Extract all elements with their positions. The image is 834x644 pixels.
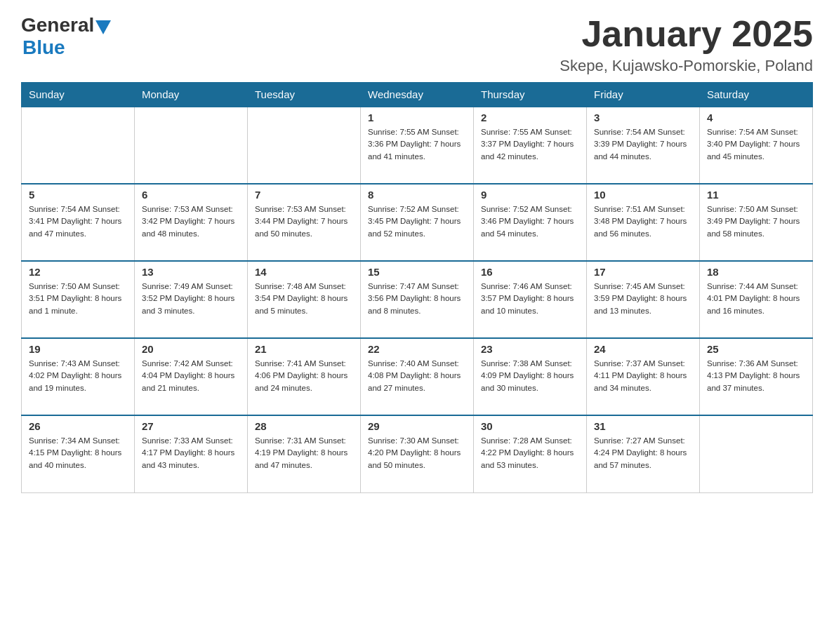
- day-number: 26: [29, 420, 127, 432]
- day-number: 13: [142, 266, 240, 278]
- calendar-cell: 28Sunrise: 7:31 AM Sunset: 4:19 PM Dayli…: [248, 415, 361, 492]
- day-info: Sunrise: 7:54 AM Sunset: 3:39 PM Dayligh…: [594, 126, 692, 163]
- day-info: Sunrise: 7:41 AM Sunset: 4:06 PM Dayligh…: [255, 358, 353, 394]
- day-number: 21: [255, 343, 353, 355]
- calendar-cell: 4Sunrise: 7:54 AM Sunset: 3:40 PM Daylig…: [700, 107, 813, 184]
- day-info: Sunrise: 7:51 AM Sunset: 3:48 PM Dayligh…: [594, 203, 692, 240]
- day-info: Sunrise: 7:55 AM Sunset: 3:37 PM Dayligh…: [481, 126, 579, 163]
- calendar-cell: 26Sunrise: 7:34 AM Sunset: 4:15 PM Dayli…: [22, 415, 135, 492]
- calendar-cell: 3Sunrise: 7:54 AM Sunset: 3:39 PM Daylig…: [587, 107, 700, 184]
- day-info: Sunrise: 7:53 AM Sunset: 3:42 PM Dayligh…: [142, 203, 240, 240]
- day-number: 10: [594, 189, 692, 201]
- day-info: Sunrise: 7:47 AM Sunset: 3:56 PM Dayligh…: [368, 281, 466, 317]
- calendar-cell: 25Sunrise: 7:36 AM Sunset: 4:13 PM Dayli…: [700, 338, 813, 415]
- calendar-title: January 2025: [560, 14, 813, 54]
- day-number: 30: [481, 420, 579, 432]
- day-number: 1: [368, 112, 466, 123]
- day-info: Sunrise: 7:43 AM Sunset: 4:02 PM Dayligh…: [29, 358, 127, 394]
- calendar-cell: 24Sunrise: 7:37 AM Sunset: 4:11 PM Dayli…: [587, 338, 700, 415]
- day-number: 14: [255, 266, 353, 278]
- calendar-cell: [248, 107, 361, 184]
- calendar-cell: 17Sunrise: 7:45 AM Sunset: 3:59 PM Dayli…: [587, 261, 700, 338]
- day-number: 22: [368, 343, 466, 355]
- calendar-cell: [135, 107, 248, 184]
- svg-marker-0: [95, 20, 111, 34]
- calendar-cell: 1Sunrise: 7:55 AM Sunset: 3:36 PM Daylig…: [361, 107, 474, 184]
- day-number: 6: [142, 189, 240, 201]
- calendar-cell: 7Sunrise: 7:53 AM Sunset: 3:44 PM Daylig…: [248, 184, 361, 261]
- calendar-cell: 22Sunrise: 7:40 AM Sunset: 4:08 PM Dayli…: [361, 338, 474, 415]
- day-number: 28: [255, 420, 353, 432]
- day-number: 24: [594, 343, 692, 355]
- calendar-cell: 14Sunrise: 7:48 AM Sunset: 3:54 PM Dayli…: [248, 261, 361, 338]
- day-of-week-header: Thursday: [474, 83, 587, 107]
- day-info: Sunrise: 7:30 AM Sunset: 4:20 PM Dayligh…: [368, 435, 466, 471]
- calendar-cell: 31Sunrise: 7:27 AM Sunset: 4:24 PM Dayli…: [587, 415, 700, 492]
- day-number: 27: [142, 420, 240, 432]
- logo: General Blue: [21, 14, 111, 59]
- day-info: Sunrise: 7:40 AM Sunset: 4:08 PM Dayligh…: [368, 358, 466, 394]
- day-info: Sunrise: 7:42 AM Sunset: 4:04 PM Dayligh…: [142, 358, 240, 394]
- calendar-cell: 2Sunrise: 7:55 AM Sunset: 3:37 PM Daylig…: [474, 107, 587, 184]
- day-number: 2: [481, 112, 579, 123]
- day-info: Sunrise: 7:54 AM Sunset: 3:41 PM Dayligh…: [29, 203, 127, 240]
- day-info: Sunrise: 7:50 AM Sunset: 3:49 PM Dayligh…: [707, 203, 805, 240]
- day-number: 20: [142, 343, 240, 355]
- calendar-subtitle: Skepe, Kujawsko-Pomorskie, Poland: [560, 57, 813, 75]
- day-of-week-header: Saturday: [700, 83, 813, 107]
- day-number: 18: [707, 266, 805, 278]
- day-info: Sunrise: 7:55 AM Sunset: 3:36 PM Dayligh…: [368, 126, 466, 163]
- day-number: 15: [368, 266, 466, 278]
- day-info: Sunrise: 7:31 AM Sunset: 4:19 PM Dayligh…: [255, 435, 353, 471]
- page-header: General Blue January 2025 Skepe, Kujawsk…: [21, 14, 813, 75]
- day-number: 25: [707, 343, 805, 355]
- day-info: Sunrise: 7:53 AM Sunset: 3:44 PM Dayligh…: [255, 203, 353, 240]
- day-of-week-header: Monday: [135, 83, 248, 107]
- calendar-cell: 8Sunrise: 7:52 AM Sunset: 3:45 PM Daylig…: [361, 184, 474, 261]
- day-of-week-header: Wednesday: [361, 83, 474, 107]
- day-of-week-header: Friday: [587, 83, 700, 107]
- day-number: 19: [29, 343, 127, 355]
- calendar-cell: 21Sunrise: 7:41 AM Sunset: 4:06 PM Dayli…: [248, 338, 361, 415]
- calendar-cell: 29Sunrise: 7:30 AM Sunset: 4:20 PM Dayli…: [361, 415, 474, 492]
- calendar-cell: [700, 415, 813, 492]
- day-number: 9: [481, 189, 579, 201]
- day-info: Sunrise: 7:33 AM Sunset: 4:17 PM Dayligh…: [142, 435, 240, 471]
- day-info: Sunrise: 7:27 AM Sunset: 4:24 PM Dayligh…: [594, 435, 692, 471]
- day-info: Sunrise: 7:48 AM Sunset: 3:54 PM Dayligh…: [255, 281, 353, 317]
- day-info: Sunrise: 7:28 AM Sunset: 4:22 PM Dayligh…: [481, 435, 579, 471]
- day-info: Sunrise: 7:46 AM Sunset: 3:57 PM Dayligh…: [481, 281, 579, 317]
- calendar-week-row: 26Sunrise: 7:34 AM Sunset: 4:15 PM Dayli…: [22, 415, 813, 492]
- title-block: January 2025 Skepe, Kujawsko-Pomorskie, …: [560, 14, 813, 75]
- logo-blue-text: Blue: [22, 36, 65, 59]
- logo-triangle-icon: [95, 20, 111, 34]
- day-number: 16: [481, 266, 579, 278]
- calendar-cell: [22, 107, 135, 184]
- calendar-cell: 6Sunrise: 7:53 AM Sunset: 3:42 PM Daylig…: [135, 184, 248, 261]
- day-number: 29: [368, 420, 466, 432]
- day-info: Sunrise: 7:34 AM Sunset: 4:15 PM Dayligh…: [29, 435, 127, 471]
- day-number: 8: [368, 189, 466, 201]
- day-number: 11: [707, 189, 805, 201]
- day-info: Sunrise: 7:50 AM Sunset: 3:51 PM Dayligh…: [29, 281, 127, 317]
- calendar-cell: 9Sunrise: 7:52 AM Sunset: 3:46 PM Daylig…: [474, 184, 587, 261]
- calendar-cell: 13Sunrise: 7:49 AM Sunset: 3:52 PM Dayli…: [135, 261, 248, 338]
- logo-general-text: General: [21, 14, 94, 36]
- calendar-cell: 20Sunrise: 7:42 AM Sunset: 4:04 PM Dayli…: [135, 338, 248, 415]
- calendar-week-row: 5Sunrise: 7:54 AM Sunset: 3:41 PM Daylig…: [22, 184, 813, 261]
- calendar-cell: 15Sunrise: 7:47 AM Sunset: 3:56 PM Dayli…: [361, 261, 474, 338]
- calendar-cell: 16Sunrise: 7:46 AM Sunset: 3:57 PM Dayli…: [474, 261, 587, 338]
- calendar-week-row: 19Sunrise: 7:43 AM Sunset: 4:02 PM Dayli…: [22, 338, 813, 415]
- day-number: 4: [707, 112, 805, 123]
- calendar-cell: 12Sunrise: 7:50 AM Sunset: 3:51 PM Dayli…: [22, 261, 135, 338]
- calendar-week-row: 12Sunrise: 7:50 AM Sunset: 3:51 PM Dayli…: [22, 261, 813, 338]
- calendar-cell: 5Sunrise: 7:54 AM Sunset: 3:41 PM Daylig…: [22, 184, 135, 261]
- day-info: Sunrise: 7:52 AM Sunset: 3:45 PM Dayligh…: [368, 203, 466, 240]
- day-of-week-header: Sunday: [22, 83, 135, 107]
- day-number: 31: [594, 420, 692, 432]
- calendar-header-row: SundayMondayTuesdayWednesdayThursdayFrid…: [22, 83, 813, 107]
- calendar-table: SundayMondayTuesdayWednesdayThursdayFrid…: [21, 82, 813, 493]
- calendar-cell: 11Sunrise: 7:50 AM Sunset: 3:49 PM Dayli…: [700, 184, 813, 261]
- calendar-week-row: 1Sunrise: 7:55 AM Sunset: 3:36 PM Daylig…: [22, 107, 813, 184]
- calendar-cell: 27Sunrise: 7:33 AM Sunset: 4:17 PM Dayli…: [135, 415, 248, 492]
